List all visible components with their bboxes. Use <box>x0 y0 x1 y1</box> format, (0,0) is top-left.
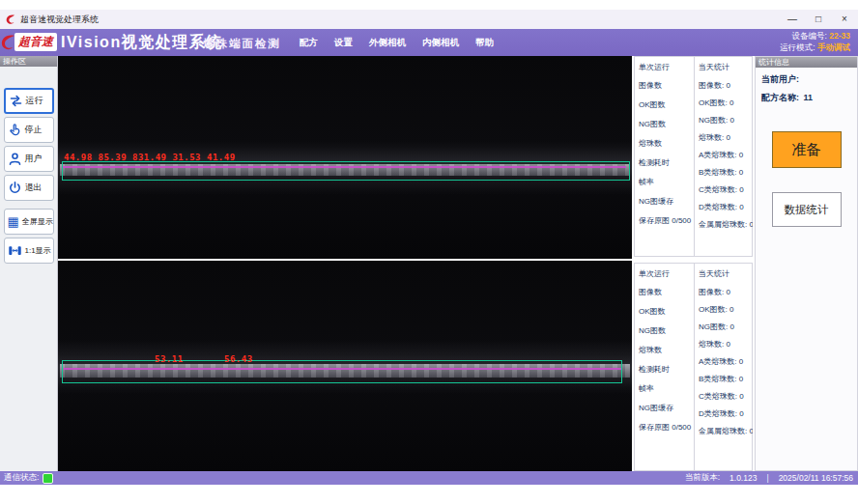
maximize-button[interactable]: □ <box>813 10 824 29</box>
stat-row: OK图数: 0 <box>699 304 753 315</box>
single-run-column: 单次运行 图像数OK图数NG图数熔珠数检测耗时帧率NG图缓存保存原图 0/500 <box>635 264 694 470</box>
measurement-text: 44.98 85.39 831.49 31.53 41.49 <box>64 153 236 162</box>
stat-row: NG图数: 0 <box>699 322 753 332</box>
stat-row: NG图数 <box>639 119 694 129</box>
stat-row: 熔珠数: 0 <box>699 339 753 350</box>
stat-row: 熔珠数: 0 <box>699 132 753 143</box>
brand-logo: 超音速 <box>14 33 57 51</box>
menu-item[interactable]: 帮助 <box>475 37 494 49</box>
stat-row: OK图数 <box>639 99 694 110</box>
stat-row: 检测耗时 <box>639 157 694 168</box>
stop-button-label: 停止 <box>25 124 43 136</box>
status-separator: | <box>766 473 768 483</box>
user-button[interactable]: 用户 <box>4 146 54 172</box>
stat-row: 图像数 <box>639 287 694 297</box>
run-cycle-icon <box>9 94 23 108</box>
brand-swirl-icon <box>1 34 15 55</box>
fullscreen-button[interactable]: ▦ 全屏显示 <box>4 209 54 235</box>
stat-row: 检测耗时 <box>639 364 694 375</box>
header-info: 设备编号: 22-33 运行模式: 手动调试 <box>744 31 850 53</box>
single-run-column: 单次运行 图像数OK图数NG图数熔珠数检测耗时帧率NG图缓存保存原图 0/500 <box>635 57 694 256</box>
hand-stop-icon <box>8 123 22 137</box>
stat-row: NG图数: 0 <box>699 115 753 126</box>
run-button-label: 运行 <box>26 95 43 107</box>
prepare-button[interactable]: 准备 <box>772 131 842 168</box>
stat-row: A类熔珠数: 0 <box>699 150 753 160</box>
stat-row: 帧率 <box>639 177 694 187</box>
detection-rect <box>62 161 630 181</box>
menu-item[interactable]: 配方 <box>300 37 318 49</box>
stat-row: D类熔珠数: 0 <box>699 202 753 212</box>
stat-row: B类熔珠数: 0 <box>699 167 753 178</box>
stat-row: 图像数 <box>639 80 694 91</box>
current-user-label: 当前用户: <box>761 74 799 84</box>
defect-label-left: 53.11 <box>155 354 184 364</box>
stop-button[interactable]: 停止 <box>4 117 54 143</box>
version-label: 当前版本: <box>685 472 720 484</box>
one-to-one-button[interactable]: 1:1显示 <box>4 238 54 264</box>
power-icon <box>8 181 22 195</box>
minimize-button[interactable]: — <box>786 10 798 29</box>
app-icon <box>6 14 15 25</box>
detection-rect <box>62 360 622 383</box>
fullscreen-grid-icon: ▦ <box>8 215 19 228</box>
one-to-one-button-label: 1:1显示 <box>25 245 51 256</box>
stat-row: OK图数: 0 <box>699 98 753 108</box>
single-run-title: 单次运行 <box>639 268 694 279</box>
run-button[interactable]: 运行 <box>4 88 54 114</box>
fullscreen-button-label: 全屏显示 <box>22 216 53 227</box>
recipe-name-label: 配方名称: <box>761 93 799 102</box>
stat-row: C类熔珠数: 0 <box>699 391 753 402</box>
sidebar-header: 操作区 <box>0 56 57 67</box>
datetime-text: 2025/02/11 16:57:56 <box>779 473 853 483</box>
stat-row: 图像数: 0 <box>699 287 753 297</box>
defect-label-right: 56.43 <box>224 354 253 364</box>
stat-row: 金属屑熔珠数: 0 <box>699 426 753 436</box>
window-title: 超音速视觉处理系统 <box>20 14 99 26</box>
run-mode-value: 手动调试 <box>817 42 850 52</box>
camera-view-bottom: 53.11 56.43 <box>58 261 632 471</box>
today-title: 当天统计 <box>699 62 753 72</box>
single-run-title: 单次运行 <box>639 62 694 72</box>
menu-item[interactable]: 设置 <box>334 37 353 49</box>
sidebar: 操作区 运行 停止 用户 退出 ▦ 全屏显示 1:1显示 <box>0 56 58 471</box>
stat-row: 熔珠数 <box>639 345 694 355</box>
stat-row: OK图数 <box>639 306 694 317</box>
close-button[interactable]: × <box>839 10 850 29</box>
one-to-one-icon <box>8 243 22 258</box>
version-value: 1.0.123 <box>729 473 757 483</box>
exit-button[interactable]: 退出 <box>4 175 54 201</box>
user-button-label: 用户 <box>25 153 43 165</box>
run-mode-label: 运行模式: <box>780 42 815 52</box>
stat-row: NG图缓存 <box>639 196 694 207</box>
stat-row: 保存原图 0/500 <box>639 215 694 226</box>
stat-row: C类熔珠数: 0 <box>699 184 753 195</box>
stat-row: A类熔珠数: 0 <box>699 356 753 367</box>
exit-button-label: 退出 <box>25 182 43 194</box>
menu-item[interactable]: 内侧相机 <box>422 37 459 49</box>
device-number-value: 22-33 <box>829 31 850 41</box>
recipe-name-value: 11 <box>804 93 814 102</box>
stats-panel-top: 单次运行 图像数OK图数NG图数熔珠数检测耗时帧率NG图缓存保存原图 0/500… <box>634 56 753 257</box>
info-panel: 统计信息 当前用户: 配方名称: 11 准备 数据统计 <box>755 56 858 471</box>
status-bar: 通信状态: 当前版本: 1.0.123 | 2025/02/11 16:57:5… <box>0 471 858 485</box>
info-panel-header: 统计信息 <box>756 57 857 68</box>
user-icon <box>8 152 22 166</box>
app-subtitle: 熔珠端面检测 <box>203 37 281 51</box>
stat-row: 帧率 <box>639 383 694 394</box>
stat-row: 熔珠数 <box>639 138 694 149</box>
titlebar: 超音速视觉处理系统 — □ × <box>0 10 858 30</box>
stat-row: 金属屑熔珠数: 0 <box>699 219 753 230</box>
header-bar: 超音速 IVision视觉处理系统 熔珠端面检测 配方设置外侧相机内侧相机帮助 … <box>0 29 858 56</box>
app-title: IVision视觉处理系统 <box>61 32 223 53</box>
camera-view-top: 44.98 85.39 831.49 31.53 41.49 <box>58 56 632 259</box>
menu-item[interactable]: 外侧相机 <box>369 37 406 49</box>
stat-row: 保存原图 0/500 <box>639 422 694 433</box>
menu-bar: 配方设置外侧相机内侧相机帮助 <box>300 29 494 56</box>
comm-status-label: 通信状态: <box>4 472 39 484</box>
today-column: 当天统计 图像数: 0OK图数: 0NG图数: 0熔珠数: 0A类熔珠数: 0B… <box>694 57 753 256</box>
device-number-label: 设备编号: <box>792 31 827 41</box>
today-column: 当天统计 图像数: 0OK图数: 0NG图数: 0熔珠数: 0A类熔珠数: 0B… <box>694 264 753 470</box>
data-stats-button[interactable]: 数据统计 <box>772 192 842 227</box>
today-title: 当天统计 <box>699 268 753 279</box>
